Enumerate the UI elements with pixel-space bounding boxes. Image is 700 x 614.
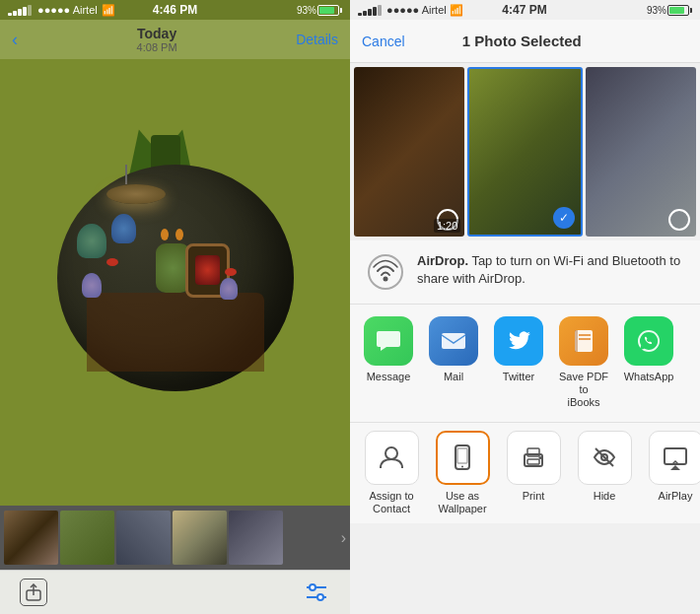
share-app-message[interactable]: Message (358, 316, 419, 410)
message-app-icon (364, 316, 413, 366)
status-bar-right: ●●●●● Airtel 📶 4:47 PM 93% (350, 0, 700, 20)
svg-point-6 (384, 277, 388, 282)
action-use-wallpaper[interactable]: Use as Wallpaper (429, 431, 496, 515)
lamp-cord (125, 165, 127, 184)
thumbnail-3[interactable] (116, 511, 171, 565)
back-button[interactable]: ‹ (12, 30, 18, 50)
filter-icon (305, 582, 328, 602)
share-icon (26, 583, 41, 601)
carrier-name-left: ●●●●● Airtel (37, 4, 98, 16)
svg-point-20 (539, 456, 542, 459)
whatsapp-app-icon (624, 316, 673, 366)
mail-app-label: Mail (444, 371, 463, 383)
carrier-left: ●●●●● Airtel 📶 (8, 4, 115, 17)
svg-point-16 (461, 466, 463, 468)
photo-thumb-3[interactable] (586, 67, 696, 237)
lamp (106, 184, 166, 204)
selection-title: 1 Photo Selected (462, 33, 582, 49)
selection-circle-3 (668, 209, 690, 231)
nav-subtitle-left: 4:08 PM (137, 41, 177, 53)
print-icon-box (507, 431, 561, 485)
share-app-twitter[interactable]: Twitter (488, 316, 549, 410)
share-app-ibooks[interactable]: Save PDF to iBooks (553, 316, 614, 410)
ibooks-icon (570, 327, 597, 355)
filter-button[interactable] (303, 579, 330, 606)
use-wallpaper-icon-box (436, 431, 490, 485)
use-wallpaper-icon (448, 443, 477, 472)
nav-title-block: Today 4:08 PM (137, 26, 177, 53)
message-icon (375, 327, 402, 355)
thumbnail-2[interactable] (60, 511, 114, 565)
airplay-label: AirPlay (659, 490, 693, 503)
share-apps-row: Message Mail Twitter (350, 305, 700, 423)
thumb-arrow-icon: › (341, 529, 346, 547)
left-panel: ●●●●● Airtel 📶 4:46 PM 93% ‹ Today 4:08 … (0, 0, 350, 614)
print-label: Print (523, 490, 545, 503)
svg-rect-7 (442, 333, 465, 349)
nav-bar-left: ‹ Today 4:08 PM Details (0, 20, 350, 59)
share-app-mail[interactable]: Mail (423, 316, 484, 410)
message-app-label: Message (367, 371, 411, 383)
thumbnail-5[interactable] (229, 511, 283, 565)
cancel-button[interactable]: Cancel (362, 34, 405, 49)
time-left: 4:46 PM (153, 3, 197, 17)
hide-label: Hide (594, 490, 616, 503)
photo-grid: 1:20 ✓ (350, 63, 700, 240)
whatsapp-app-label: WhatsApp (624, 371, 674, 383)
assign-contact-icon-box (365, 431, 419, 485)
action-row: Assign to Contact Use as Wallpaper (350, 423, 700, 523)
details-button[interactable]: Details (296, 32, 338, 47)
video-duration: 1:20 (434, 219, 460, 233)
signal-icon-right (358, 5, 382, 16)
svg-rect-19 (527, 459, 539, 464)
main-image-area (0, 59, 350, 506)
svg-point-4 (317, 594, 323, 600)
time-right: 4:47 PM (502, 3, 546, 17)
airdrop-description: AirDrop. Tap to turn on Wi-Fi and Blueto… (417, 252, 684, 288)
action-assign-contact[interactable]: Assign to Contact (358, 431, 425, 515)
battery-percent-left: 93% (297, 5, 316, 16)
ibooks-app-icon (559, 316, 608, 366)
wifi-icon-right: 📶 (450, 4, 463, 17)
thumbnail-strip[interactable]: › (0, 506, 350, 570)
twitter-app-icon (494, 316, 543, 366)
photo-thumb-1[interactable]: 1:20 (354, 67, 464, 237)
status-bar-left: ●●●●● Airtel 📶 4:46 PM 93% (0, 0, 350, 20)
share-app-whatsapp[interactable]: WhatsApp (618, 316, 679, 410)
share-button[interactable] (20, 579, 47, 606)
photo-thumb-2[interactable]: ✓ (467, 67, 582, 237)
battery-right: 93% (647, 5, 692, 16)
battery-percent-right: 93% (647, 5, 666, 16)
bomb-body (57, 165, 294, 391)
wifi-icon-left: 📶 (102, 4, 115, 17)
airplay-icon-box (649, 431, 701, 485)
nav-title-left: Today (137, 26, 177, 41)
svg-rect-9 (575, 330, 578, 352)
twitter-icon (505, 327, 532, 355)
selected-check: ✓ (553, 207, 575, 229)
assign-contact-icon (377, 443, 406, 472)
mail-icon (440, 327, 467, 355)
svg-point-2 (310, 584, 315, 590)
action-hide[interactable]: Hide (571, 431, 638, 515)
action-airplay[interactable]: AirPlay (642, 431, 700, 515)
mail-app-icon (429, 316, 478, 366)
hide-icon-box (578, 431, 632, 485)
airdrop-title: AirDrop. (417, 253, 468, 268)
right-panel: ●●●●● Airtel 📶 4:47 PM 93% Cancel 1 Phot… (350, 0, 700, 614)
game-illustration (37, 125, 314, 441)
action-print[interactable]: Print (500, 431, 567, 515)
assign-contact-label: Assign to Contact (369, 490, 413, 515)
svg-point-13 (385, 447, 397, 459)
airplay-icon (661, 443, 690, 472)
bottom-toolbar-left (0, 570, 350, 614)
nav-bar-right: Cancel 1 Photo Selected (350, 20, 700, 63)
carrier-name-right: ●●●●● Airtel (386, 4, 447, 16)
thumbnail-4[interactable] (173, 511, 227, 565)
ibooks-app-label: Save PDF to iBooks (553, 371, 614, 410)
print-icon (519, 443, 548, 472)
thumbnail-1[interactable] (4, 511, 58, 565)
svg-rect-15 (457, 448, 467, 463)
airdrop-section[interactable]: AirDrop. Tap to turn on Wi-Fi and Blueto… (350, 240, 700, 305)
battery-left: 93% (297, 5, 342, 16)
